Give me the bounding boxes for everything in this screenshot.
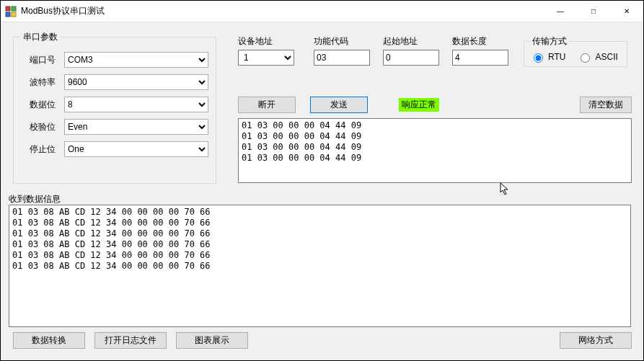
stopbits-label: 停止位: [21, 143, 64, 156]
ascii-radio-text: ASCII: [595, 52, 617, 62]
app-icon: [5, 6, 17, 17]
function-code-label: 功能代码: [314, 35, 370, 48]
svg-rect-3: [12, 12, 16, 17]
baud-select[interactable]: 9600: [64, 74, 208, 90]
send-log-textarea[interactable]: 01 03 00 00 00 04 44 09 01 03 00 00 00 0…: [238, 118, 632, 183]
send-button[interactable]: 发送: [310, 97, 368, 113]
received-log-textarea[interactable]: 01 03 08 AB CD 12 34 00 00 00 00 70 66 0…: [9, 205, 631, 327]
clear-data-button[interactable]: 清空数据: [580, 97, 632, 113]
data-convert-button[interactable]: 数据转换: [13, 332, 85, 349]
data-length-block: 数据长度: [452, 35, 508, 66]
function-code-input[interactable]: [314, 50, 370, 66]
data-length-input[interactable]: [452, 50, 508, 66]
start-address-input[interactable]: [383, 50, 439, 66]
device-address-select[interactable]: 1: [238, 50, 294, 66]
close-button[interactable]: ✕: [610, 1, 643, 22]
databits-label: 数据位: [21, 99, 64, 111]
chart-view-button[interactable]: 图表展示: [176, 332, 248, 349]
network-mode-button[interactable]: 网络方式: [560, 332, 632, 349]
disconnect-button[interactable]: 断开: [238, 97, 296, 113]
window-title: ModBus协议串口测试: [21, 5, 105, 17]
rtu-radio[interactable]: [534, 53, 543, 63]
ascii-radio[interactable]: [581, 53, 590, 63]
svg-rect-2: [6, 12, 10, 17]
svg-rect-0: [6, 6, 10, 11]
start-address-label: 起始地址: [383, 35, 439, 48]
device-address-block: 设备地址 1: [238, 35, 294, 66]
titlebar: ModBus协议串口测试 — □ ✕: [1, 1, 643, 22]
svg-rect-1: [12, 6, 16, 11]
data-length-label: 数据长度: [452, 35, 508, 48]
transmit-mode-legend: 传输方式: [530, 35, 569, 48]
databits-select[interactable]: 8: [64, 97, 208, 112]
port-label: 端口号: [21, 54, 64, 66]
port-select[interactable]: COM3: [64, 52, 208, 68]
rtu-radio-label[interactable]: RTU: [530, 51, 565, 63]
device-address-label: 设备地址: [238, 35, 294, 48]
client-area: 串口参数 端口号 COM3 波特率 9600 数据位 8 校验位 Even 停止…: [1, 22, 643, 360]
rtu-radio-text: RTU: [548, 52, 565, 62]
maximize-button[interactable]: □: [577, 1, 610, 22]
cursor-icon: [500, 182, 510, 197]
minimize-button[interactable]: —: [544, 1, 577, 22]
serial-params-group: 串口参数 端口号 COM3 波特率 9600 数据位 8 校验位 Even 停止…: [13, 31, 216, 184]
open-log-button[interactable]: 打开日志文件: [94, 332, 167, 349]
received-data-label: 收到数据信息: [9, 193, 61, 205]
status-badge: 响应正常: [399, 98, 439, 112]
baud-label: 波特率: [21, 76, 64, 89]
stopbits-select[interactable]: One: [64, 141, 208, 157]
function-code-block: 功能代码: [314, 35, 370, 66]
ascii-radio-label[interactable]: ASCII: [577, 51, 617, 63]
parity-select[interactable]: Even: [64, 119, 208, 135]
start-address-block: 起始地址: [383, 35, 439, 66]
parity-label: 校验位: [21, 121, 64, 133]
transmit-mode-group: 传输方式 RTU ASCII: [524, 35, 627, 67]
serial-params-legend: 串口参数: [21, 31, 60, 43]
